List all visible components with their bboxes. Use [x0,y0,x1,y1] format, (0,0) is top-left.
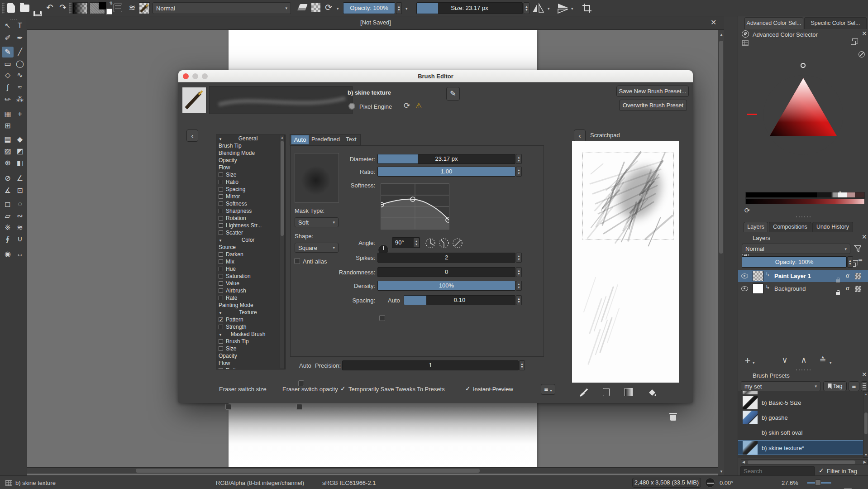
layer-visibility-icon[interactable] [741,286,748,291]
option-checkbox[interactable] [219,288,223,293]
option-checkbox[interactable] [219,339,223,344]
color-settings-icon[interactable] [742,40,749,46]
angle-quick-set-icons[interactable] [425,238,463,249]
temp-save-checkbox[interactable]: ✓ [340,385,346,392]
detach-menu-button[interactable]: ≡ ▾ [541,384,555,395]
option-checkbox[interactable] [219,325,223,329]
background-color[interactable] [106,9,112,14]
colorize-mask-tool-icon[interactable]: ◩ [14,146,26,157]
measure-tool-icon[interactable]: ∡ [2,185,14,196]
reload-preset-icon[interactable]: ⟳ [323,0,334,15]
option-item-brush-tip[interactable]: Brush Tip [216,338,285,345]
angle-spinbox[interactable]: 90° ▲▼ [392,237,420,248]
option-item-painting-mode[interactable]: Painting Mode [216,302,285,309]
hue-marker[interactable] [801,63,806,68]
transform-tool-icon[interactable]: ▦ [2,109,14,120]
scroll-down-icon[interactable]: ▼ [864,453,868,456]
similar-select-tool-icon[interactable]: ≋ [14,222,26,233]
choose-workspace-icon[interactable] [114,4,122,12]
close-document-icon[interactable]: ✕ [711,19,716,26]
filter-in-tag-checkbox[interactable]: ✓ [819,467,824,474]
move-layer-up-icon[interactable]: ∧ [798,355,810,365]
collapse-scratchpad-button[interactable]: ‹ [574,129,586,142]
option-checkbox[interactable] [219,296,223,300]
option-checkbox[interactable] [219,317,223,322]
fill-tool-icon[interactable]: ◧ [14,158,26,168]
antialias-checkbox[interactable] [294,258,300,264]
layer-lock-icon[interactable] [836,279,840,283]
dialog-titlebar[interactable]: Brush Editor [178,70,693,83]
precision-slider[interactable]: 1 [342,360,519,370]
chevron-down-icon[interactable]: ▾ [830,360,832,365]
option-item-blending-mode[interactable]: Blending Mode [216,149,285,157]
pattern-edit-tool-icon[interactable]: ▨ [2,146,14,157]
instant-preview-checkbox[interactable]: ✓ [465,385,471,392]
tab-auto[interactable]: Auto [291,135,309,144]
swap-colors-icon[interactable]: ⇅ [109,1,113,5]
splitter-handle[interactable] [795,369,811,371]
scratchpad-fill-gradient-icon[interactable] [625,388,633,396]
mask-type-dropdown[interactable]: Soft ▾ [295,217,339,227]
option-checkbox[interactable] [219,230,223,235]
filter-layers-icon[interactable] [854,245,861,252]
option-item-strength[interactable]: Strength [216,323,285,331]
scratchpad-clear-icon[interactable] [670,415,676,421]
option-checkbox[interactable] [219,187,223,192]
show-brush-options-icon[interactable]: ≋ [127,0,138,15]
density-slider[interactable]: 100% [377,281,515,291]
option-item-mirror[interactable]: Mirror [216,193,285,200]
preset-row[interactable]: b) goashe [738,410,864,425]
scratchpad-fill-page-icon[interactable] [603,388,610,396]
layer-thumbnail[interactable] [753,283,763,294]
opacity-spinner[interactable]: ▲▼ [396,2,402,14]
option-item-flow[interactable]: Flow [216,360,285,367]
close-docker-icon[interactable]: ✕ [862,234,867,240]
new-document-icon[interactable] [7,3,15,13]
option-checkbox[interactable] [219,281,223,286]
option-item-ratio[interactable]: Ratio [216,178,285,186]
toolbar-drag-handle[interactable] [69,3,72,14]
option-checkbox[interactable] [219,173,223,177]
canvas-rotation-value[interactable]: 0.00° [720,479,734,486]
preset-view-options-icon[interactable]: ≡ [849,381,859,391]
tab-text[interactable]: Text [342,135,360,144]
option-item-airbrush[interactable]: Airbrush [216,287,285,294]
rename-preset-button[interactable]: ✎ [446,87,460,101]
size-slider[interactable]: Size: 23.17 px [416,2,523,14]
contiguous-select-tool-icon[interactable]: ※ [2,222,14,233]
option-checkbox[interactable] [219,252,223,257]
randomness-slider[interactable]: 0 [377,267,515,277]
layer-opacity-spinner[interactable]: ▲▼ [847,256,853,268]
canvas-size-button[interactable]: 2,480 x 3,508 (33.5 MiB) [632,478,701,488]
chevron-down-icon[interactable]: ▾ [571,6,573,11]
option-item-sharpness[interactable]: Sharpness [216,207,285,215]
tag-button[interactable]: Tag [823,381,847,391]
mirror-vertical-icon[interactable] [557,3,569,14]
rectangle-tool-icon[interactable]: ▭ [2,58,14,69]
option-item-size[interactable]: Size [216,171,285,178]
option-item-darken[interactable]: Darken [216,251,285,258]
diameter-spinner[interactable]: ▲▼ [516,154,522,164]
diameter-slider[interactable]: 23.17 px [377,154,515,164]
size-spinner[interactable]: ▲▼ [524,2,529,14]
layer-style-icon[interactable]: ↳ [765,284,770,290]
angle-spinner[interactable]: ▲▼ [414,238,419,247]
option-checkbox[interactable] [219,201,223,206]
zoom-value[interactable]: 27.6% [782,479,798,486]
preset-set-dropdown[interactable]: my set ▾ [741,381,820,391]
zoom-tool-icon[interactable]: ◉ [2,249,14,259]
eraser-switch-size-checkbox[interactable] [225,404,231,410]
alpha-lock-icon[interactable]: α [846,272,849,279]
alpha-lock-icon[interactable]: α [846,285,849,292]
option-item-source[interactable]: Source [216,244,285,251]
smart-patch-tool-icon[interactable]: ⊕ [2,158,14,168]
layer-options-icon[interactable]: ≡ [855,257,866,265]
eraser-icon[interactable] [297,4,308,10]
option-item-scatter[interactable]: Scatter [216,229,285,236]
open-document-icon[interactable] [20,5,29,12]
chevron-down-icon[interactable]: ▾ [405,6,408,11]
tab-layers[interactable]: Layers [744,222,768,232]
bezier-curve-tool-icon[interactable]: ∫ [2,82,14,93]
select-shapes-tool-icon[interactable]: ↖ [2,20,14,31]
scrollbar-thumb[interactable] [136,469,480,473]
